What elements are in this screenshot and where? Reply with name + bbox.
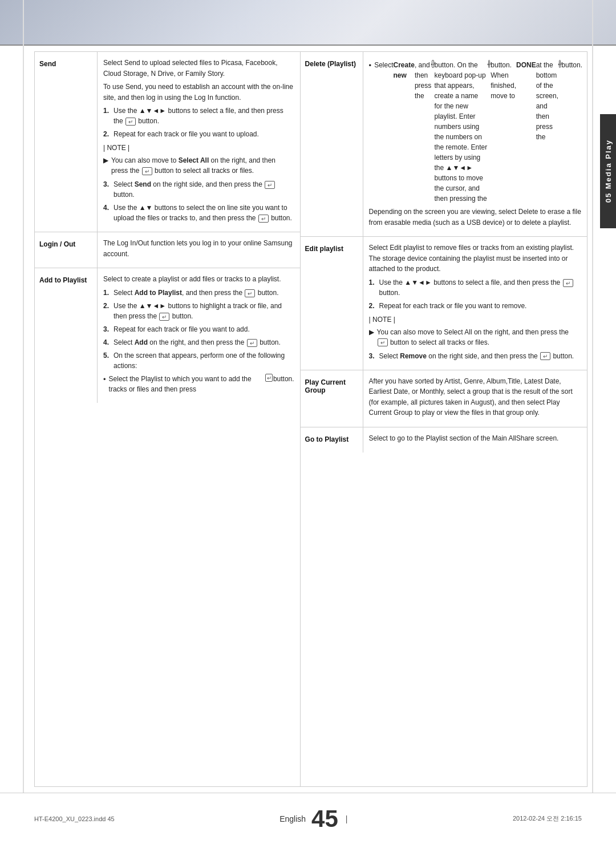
send-label: Send	[35, 52, 98, 232]
e-button-icon-9	[432, 60, 433, 68]
edit-playlist-steps: 1. Use the ▲▼◄► buttons to select a file…	[369, 277, 581, 311]
delete-playlist-bullet: Select Create new, and then press the bu…	[369, 60, 582, 204]
side-tab-text: 05 Media Play	[604, 139, 613, 203]
edit-playlist-note-header: | NOTE |	[369, 314, 581, 325]
edit-playlist-note: | NOTE | ▶ You can also move to Select A…	[369, 314, 581, 348]
create-new-bullet: Select Create new, and then press the bu…	[369, 60, 582, 204]
login-out-label: Login / Out	[35, 232, 98, 268]
delete-playlist-label: Delete (Playlist)	[301, 52, 363, 236]
login-out-content: The Log In/Out function lets you log in …	[98, 232, 300, 268]
add-playlist-step-1: 1. Select Add to Playlist, and then pres…	[103, 288, 294, 298]
send-step-4: 4. Use the ▲▼ buttons to select the on l…	[103, 203, 294, 223]
add-playlist-step-5: 5. On the screen that appears, perform o…	[103, 350, 294, 371]
add-playlist-step-4: 4. Select Add on the right, and then pre…	[103, 337, 294, 348]
edit-playlist-step-3: 3. Select Remove on the right side, and …	[369, 351, 581, 361]
e-button-icon	[125, 118, 136, 126]
e-button-icon-2	[142, 167, 152, 175]
e-button-icon-4	[258, 215, 269, 223]
delete-playlist-row: Delete (Playlist) Select Create new, and…	[301, 52, 587, 237]
right-column: Delete (Playlist) Select Create new, and…	[300, 51, 587, 787]
footer: HT-E4200_XU_0223.indd 45 English 45 | 20…	[0, 793, 616, 844]
edit-playlist-step-1: 1. Use the ▲▼◄► buttons to select a file…	[369, 277, 581, 298]
play-current-group-row: Play Current Group After you have sorted…	[301, 370, 587, 427]
add-to-playlist-label: Add to Playlist	[35, 268, 98, 403]
send-step-3: 3. Select Send on the right side, and th…	[103, 179, 294, 200]
send-note: | NOTE | ▶ You can also move to Select A…	[103, 143, 294, 176]
side-tab: 05 Media Play	[600, 114, 616, 228]
edit-playlist-step3-list: 3. Select Remove on the right side, and …	[369, 351, 581, 361]
add-playlist-step-2: 2. Use the ▲▼◄► buttons to highlight a t…	[103, 301, 294, 321]
delete-playlist-text: Depending on the screen you are viewing,…	[369, 207, 582, 228]
send-steps-1: 1. Use the ▲▼◄► buttons to select a file…	[103, 106, 294, 139]
e-button-icon-3	[265, 181, 275, 189]
go-to-playlist-row: Go to Playlist Select to go to the Playl…	[301, 427, 587, 453]
edit-playlist-step-2: 2. Repeat for each track or file you wan…	[369, 301, 581, 311]
send-intro2: To use Send, you need to establish an ac…	[103, 82, 294, 103]
login-out-row: Login / Out The Log In/Out function lets…	[35, 232, 300, 268]
play-current-group-label: Play Current Group	[301, 370, 363, 427]
go-to-playlist-label: Go to Playlist	[301, 427, 363, 453]
add-playlist-bullet: Select the Playlist to which you want to…	[103, 374, 294, 394]
header-bar	[0, 0, 616, 46]
footer-page-num: 45	[311, 807, 338, 831]
e-button-icon-6	[159, 313, 169, 321]
send-intro1: Select Send to upload selected files to …	[103, 58, 294, 79]
e-button-icon-13	[378, 338, 388, 346]
add-playlist-step-3: 3. Repeat for each track or file you wan…	[103, 324, 294, 334]
right-border	[592, 0, 593, 844]
footer-right: 2012-02-24 오전 2:16:15	[513, 814, 582, 823]
edit-playlist-row: Edit playlist Select Edit playlist to re…	[301, 237, 587, 370]
footer-center: English 45 |	[279, 807, 347, 831]
e-button-icon-5	[245, 289, 255, 297]
e-button-icon-7	[247, 339, 257, 347]
add-to-playlist-row: Add to Playlist Select to create a playl…	[35, 268, 300, 403]
columns-container: Send Select Send to upload selected file…	[34, 51, 587, 787]
footer-lang: English	[279, 814, 306, 823]
add-playlist-steps: 1. Select Add to Playlist, and then pres…	[103, 288, 294, 371]
e-button-icon-8	[265, 374, 273, 382]
edit-playlist-note-content: ▶ You can also move to Select All on the…	[369, 327, 581, 348]
send-step-1: 1. Use the ▲▼◄► buttons to select a file…	[103, 106, 294, 126]
footer-page-suffix: |	[346, 814, 348, 823]
delete-playlist-content: Select Create new, and then press the bu…	[363, 52, 588, 236]
send-note-content: ▶ You can also move to Select All on the…	[103, 155, 294, 176]
e-button-icon-10	[488, 60, 490, 68]
send-content: Select Send to upload selected files to …	[98, 52, 300, 232]
send-steps-2: 3. Select Send on the right side, and th…	[103, 179, 294, 223]
add-to-playlist-content: Select to create a playlist or add files…	[98, 268, 300, 403]
main-content: Send Select Send to upload selected file…	[34, 51, 587, 787]
edit-playlist-label: Edit playlist	[301, 237, 363, 369]
e-button-icon-14	[540, 352, 550, 360]
edit-playlist-content: Select Edit playlist to remove files or …	[363, 237, 587, 369]
e-button-icon-12	[563, 279, 573, 287]
send-step-2: 2. Repeat for each track or file you wan…	[103, 129, 294, 139]
send-row: Send Select Send to upload selected file…	[35, 52, 300, 232]
go-to-playlist-content: Select to go to the Playlist section of …	[363, 427, 587, 453]
play-current-group-content: After you have sorted by Artist, Genre, …	[363, 370, 587, 427]
footer-left: HT-E4200_XU_0223.indd 45	[34, 815, 115, 822]
send-note-header: | NOTE |	[103, 143, 294, 154]
left-column: Send Select Send to upload selected file…	[34, 51, 300, 787]
e-button-icon-11	[559, 60, 561, 68]
left-border	[23, 0, 24, 844]
add-playlist-bullet-1: Select the Playlist to which you want to…	[103, 374, 294, 394]
